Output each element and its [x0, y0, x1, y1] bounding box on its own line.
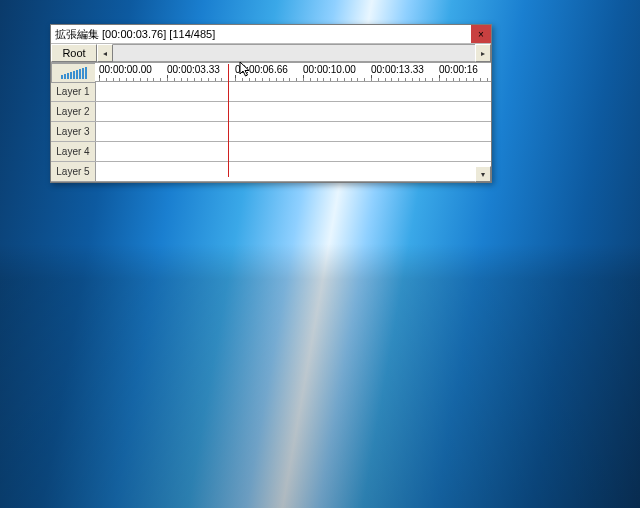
close-icon: × — [478, 29, 484, 40]
chevron-down-icon: ▾ — [481, 170, 485, 179]
ruler-timecode: 00:00:06.66 — [235, 64, 288, 75]
zoom-indicator[interactable] — [51, 63, 96, 83]
titlebar[interactable]: 拡張編集 [00:00:03.76] [114/485] × — [51, 25, 491, 44]
ruler-timecode: 00:00:10.00 — [303, 64, 356, 75]
layer-row[interactable]: Layer 3 — [51, 122, 491, 142]
root-button[interactable]: Root — [51, 44, 97, 62]
time-ruler[interactable]: 00:00:00.0000:00:03.3300:00:06.6600:00:1… — [95, 63, 491, 82]
layer-row[interactable]: Layer 5 — [51, 162, 491, 182]
ruler-timecode: 00:00:16 — [439, 64, 478, 75]
layer-row[interactable]: Layer 4 — [51, 142, 491, 162]
playhead[interactable] — [228, 64, 229, 177]
window-title: 拡張編集 [00:00:03.76] [114/485] — [55, 27, 215, 42]
layer-label[interactable]: Layer 1 — [51, 82, 96, 101]
ruler-timecode: 00:00:03.33 — [167, 64, 220, 75]
scrollbar-track[interactable] — [113, 44, 475, 62]
root-button-label: Root — [62, 47, 85, 59]
ruler-timecode: 00:00:00.00 — [99, 64, 152, 75]
toolbar: Root ◂ ▸ — [51, 44, 491, 63]
layer-track[interactable] — [96, 162, 491, 181]
ruler-timecode: 00:00:13.33 — [371, 64, 424, 75]
horizontal-scrollbar[interactable]: ◂ ▸ — [97, 44, 491, 62]
layer-row[interactable]: Layer 1 — [51, 82, 491, 102]
layer-track[interactable] — [96, 102, 491, 121]
chevron-left-icon: ◂ — [103, 49, 107, 58]
zoom-bars-icon — [61, 67, 87, 79]
scroll-right-button[interactable]: ▸ — [475, 44, 491, 62]
close-button[interactable]: × — [471, 25, 491, 43]
layer-list: Layer 1Layer 2Layer 3Layer 4Layer 5 — [51, 82, 491, 182]
scroll-left-button[interactable]: ◂ — [97, 44, 113, 62]
timeline-editor-window: 拡張編集 [00:00:03.76] [114/485] × Root ◂ ▸ — [50, 24, 492, 183]
layer-label[interactable]: Layer 4 — [51, 142, 96, 161]
chevron-right-icon: ▸ — [481, 49, 485, 58]
layer-label[interactable]: Layer 5 — [51, 162, 96, 181]
layer-label[interactable]: Layer 3 — [51, 122, 96, 141]
timeline-area: 00:00:00.0000:00:03.3300:00:06.6600:00:1… — [51, 63, 491, 182]
layer-label[interactable]: Layer 2 — [51, 102, 96, 121]
layer-track[interactable] — [96, 122, 491, 141]
scroll-down-button[interactable]: ▾ — [475, 166, 491, 182]
layer-row[interactable]: Layer 2 — [51, 102, 491, 122]
layer-track[interactable] — [96, 82, 491, 101]
layer-track[interactable] — [96, 142, 491, 161]
